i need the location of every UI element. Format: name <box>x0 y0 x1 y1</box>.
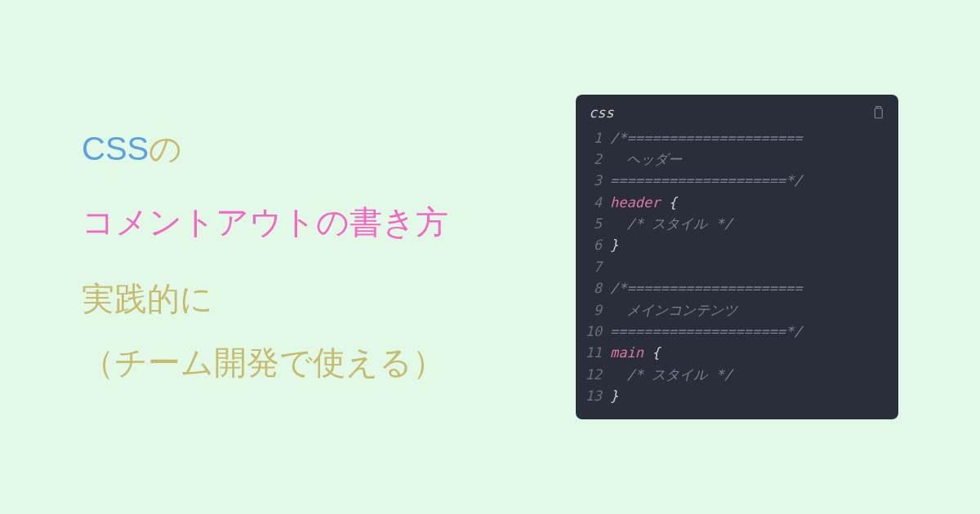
code-token: main <box>610 344 644 361</box>
line-number: 4 <box>576 192 610 213</box>
line-number: 6 <box>576 234 610 255</box>
code-token: header <box>610 194 660 210</box>
code-line: 12 /* スタイル */ <box>576 364 898 385</box>
code-token: ヘッダー <box>610 151 682 167</box>
code-token: =====================*/ <box>610 172 802 188</box>
code-line: 10=====================*/ <box>576 321 898 342</box>
code-language-label: css <box>589 104 614 121</box>
code-token: /*===================== <box>610 280 802 296</box>
line-number: 10 <box>576 321 610 342</box>
line-content: =====================*/ <box>610 321 802 342</box>
line-content: header { <box>610 192 677 213</box>
code-line: 1/*===================== <box>576 127 898 148</box>
line-number: 3 <box>576 170 610 191</box>
heading-line-4: （チーム開発で使える） <box>82 335 519 390</box>
code-token: =====================*/ <box>610 323 802 339</box>
code-token: { <box>644 344 660 361</box>
code-token: /* スタイル */ <box>610 215 733 232</box>
svg-rect-0 <box>875 109 882 118</box>
text-content: CSSの コメントアウトの書き方 実践的に （チーム開発で使える） <box>82 124 519 390</box>
heading-line-2: コメントアウトの書き方 <box>82 197 519 246</box>
line-content: main { <box>610 342 660 363</box>
code-token: メインコンテンツ <box>610 302 737 318</box>
heading-line-1: CSSの <box>82 124 519 173</box>
heading-no-particle: の <box>149 131 182 166</box>
line-content: /* スタイル */ <box>610 213 733 234</box>
code-header: css <box>576 95 898 127</box>
page-container: CSSの コメントアウトの書き方 実践的に （チーム開発で使える） css 1/… <box>0 95 980 419</box>
code-token: } <box>610 237 618 253</box>
code-line: 8/*===================== <box>576 277 898 299</box>
line-content: } <box>610 234 618 255</box>
code-line: 4header { <box>576 192 898 213</box>
line-number: 9 <box>576 299 610 321</box>
code-line: 2 ヘッダー <box>576 148 898 170</box>
line-content: /* スタイル */ <box>610 364 733 385</box>
line-content: メインコンテンツ <box>610 299 737 321</box>
code-line: 3=====================*/ <box>576 170 898 191</box>
line-number: 1 <box>576 127 610 148</box>
code-block: css 1/*=====================2 ヘッダー3=====… <box>576 95 898 419</box>
line-number: 8 <box>576 277 610 299</box>
line-content: /*===================== <box>610 127 802 148</box>
clipboard-icon[interactable] <box>871 104 885 121</box>
code-line: 13} <box>576 385 898 406</box>
code-token: } <box>610 388 618 404</box>
code-token: /* スタイル */ <box>610 366 733 383</box>
code-line: 11main { <box>576 342 898 363</box>
code-line: 9 メインコンテンツ <box>576 299 898 321</box>
line-content: } <box>610 385 618 406</box>
heading-css-word: CSS <box>82 131 149 166</box>
line-number: 11 <box>576 342 610 363</box>
heading-line-3: 実践的に <box>82 271 519 326</box>
line-number: 5 <box>576 213 610 234</box>
line-content: =====================*/ <box>610 170 802 191</box>
code-line: 6} <box>576 234 898 255</box>
line-number: 2 <box>576 148 610 170</box>
code-line: 5 /* スタイル */ <box>576 213 898 234</box>
line-number: 7 <box>576 256 610 277</box>
code-token: { <box>660 194 676 210</box>
code-token: /*===================== <box>610 130 802 146</box>
line-content: ヘッダー <box>610 148 682 170</box>
code-line: 7 <box>576 256 898 277</box>
line-content: /*===================== <box>610 277 802 299</box>
line-number: 12 <box>576 364 610 385</box>
line-number: 13 <box>576 385 610 406</box>
code-body: 1/*=====================2 ヘッダー3=========… <box>576 127 898 419</box>
